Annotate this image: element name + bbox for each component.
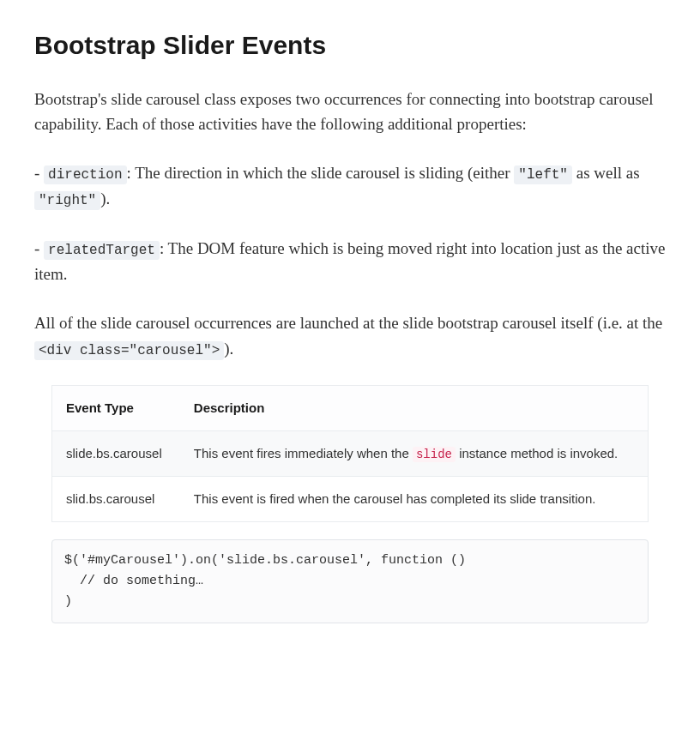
intro-paragraph: Bootstrap's slide carousel class exposes… bbox=[34, 87, 666, 137]
page-title: Bootstrap Slider Events bbox=[34, 26, 666, 66]
code-token: direction bbox=[44, 165, 126, 184]
property-direction: - direction: The direction in which the … bbox=[34, 160, 666, 212]
launch-paragraph: All of the slide carousel occurrences ar… bbox=[34, 310, 666, 361]
col-event-type: Event Type bbox=[52, 386, 180, 430]
cell-event: slid.bs.carousel bbox=[52, 477, 180, 521]
cell-event: slide.bs.carousel bbox=[52, 430, 180, 477]
bullet-prefix: - bbox=[34, 164, 44, 182]
events-table: Event Type Description slide.bs.carousel… bbox=[51, 385, 649, 521]
bullet-prefix: - bbox=[34, 239, 44, 257]
col-description: Description bbox=[180, 386, 648, 430]
para-text: ). bbox=[224, 340, 233, 358]
table-row: slide.bs.carousel This event fires immed… bbox=[52, 430, 648, 477]
cell-description: This event is fired when the carousel ha… bbox=[180, 477, 648, 521]
cell-description: This event fires immediately when the sl… bbox=[180, 430, 648, 477]
table-header-row: Event Type Description bbox=[52, 386, 648, 430]
desc-text: This event fires immediately when the bbox=[194, 446, 413, 460]
code-token: "right" bbox=[34, 191, 100, 210]
bullet-text: : The direction in which the slide carou… bbox=[127, 164, 515, 182]
bullet-text: ). bbox=[100, 190, 110, 208]
table-row: slid.bs.carousel This event is fired whe… bbox=[52, 477, 648, 521]
code-token: slide bbox=[413, 447, 456, 462]
desc-text: instance method is invoked. bbox=[456, 446, 618, 460]
property-related-target: - relatedTarget: The DOM feature which i… bbox=[34, 236, 666, 286]
code-token: <div class="carousel"> bbox=[34, 341, 224, 360]
code-example: $('#myCarousel').on('slide.bs.carousel',… bbox=[51, 539, 649, 623]
para-text: All of the slide carousel occurrences ar… bbox=[34, 314, 662, 332]
code-token: relatedTarget bbox=[44, 241, 160, 260]
code-token: "left" bbox=[514, 165, 572, 184]
bullet-text: as well as bbox=[572, 164, 640, 182]
